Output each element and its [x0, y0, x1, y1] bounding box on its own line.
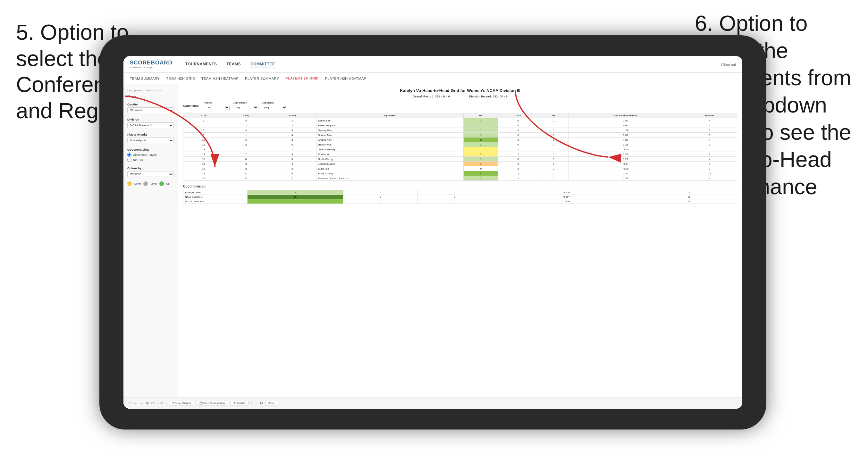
region-select[interactable]: (All) [204, 105, 229, 110]
table-row: 18 2 2 Euna Lee 0 2 0 -5.00 2 [183, 166, 737, 171]
table-row: 19 10 6 Emily Chang 4 1 0 0.30 11 [183, 171, 737, 176]
toolbar-dot: · [157, 401, 158, 405]
toolbar-grid[interactable]: ⊞ [146, 401, 149, 405]
ood-table-row: NAIA Division 1 15 0 0 9.267 30 [183, 195, 737, 199]
player-rank-select[interactable]: 8. Katelyn Vo [127, 137, 174, 143]
gender-select[interactable]: Women's Men's [127, 107, 174, 113]
toolbar-cut[interactable]: ✂ [151, 401, 154, 405]
overall-record: Overall Record: 353 - 34 - 6 [413, 95, 450, 98]
h2h-table: # Div # Reg # Conf Opponent Win Loss Tie… [183, 113, 737, 181]
table-row: 16 3 4 Jessica Mason 1 2 0 -0.94 7 [183, 161, 737, 166]
conference-label: Conference [233, 101, 258, 104]
toolbar-sep1: | [166, 402, 166, 405]
legend-up-label: Up [166, 182, 169, 185]
sidebar-gender-section: Gender Women's Men's [127, 102, 174, 113]
toolbar-back[interactable]: ← [134, 401, 137, 405]
table-row: 13 1 1 Jessica Huang 1 1 0 -3.00 2 [183, 147, 737, 152]
out-of-division-label: Out of division [183, 185, 737, 188]
table-row: 14 7 4 Eunice Yi 2 2 0 0.38 9 [183, 152, 737, 157]
logo-sub: Powered by clippd [130, 66, 173, 69]
toolbar-forward[interactable]: → [140, 401, 143, 405]
table-row: 10 6 3 Andrea York 2 0 0 4.00 4 [183, 137, 737, 142]
table-row: 11 2 5 Heejo Hyun 1 0 0 3.33 3 [183, 142, 737, 147]
subnav-team-summary[interactable]: TEAM SUMMARY [130, 74, 160, 83]
toolbar-sep2: | [251, 402, 252, 405]
last-updated: Last Updated: 27/03/2024 10:44 [127, 89, 174, 92]
subnav-player-h2h-grid[interactable]: PLAYER H2H GRID [285, 74, 319, 83]
sign-out[interactable]: | Sign out [721, 62, 736, 66]
tablet-frame: SCOREBOARD Powered by clippd TOURNAMENTS… [99, 35, 766, 430]
share-btn[interactable]: Share [266, 401, 278, 405]
legend-dot-up [159, 181, 164, 186]
subnav-team-h2h-heatmap[interactable]: TEAM H2H HEATMAP [202, 74, 239, 83]
toolbar-refresh[interactable]: ⟳ [160, 401, 163, 405]
save-custom-view-btn[interactable]: 💾 Save Custom View [196, 401, 228, 405]
bottom-toolbar: ↩ ← → ⊞ ✂ · ⟳ | 👁 View: Original 💾 Save … [123, 397, 742, 409]
logo-area: SCOREBOARD Powered by clippd [130, 60, 173, 69]
grid-area: Katelyn Vo Head-to-Head Grid for Women's… [178, 84, 742, 409]
col-div: # Div [183, 113, 224, 118]
conference-select[interactable]: (All) [233, 105, 258, 110]
division-select[interactable]: NCAA Division III NCAA Division I NCAA D… [127, 122, 174, 128]
sidebar-player-section: Player [127, 95, 174, 98]
sub-nav: TEAM SUMMARY TEAM H2H GRID TEAM H2H HEAT… [123, 73, 742, 84]
legend-dot-down [127, 181, 132, 186]
subnav-team-h2h-grid[interactable]: TEAM H2H GRID [166, 74, 195, 83]
division-record: Division Record: 331 - 34 - 6 [469, 95, 507, 98]
nav-committee[interactable]: COMMITTEE [250, 61, 275, 68]
sidebar-colour-by-label: Colour by [127, 166, 174, 170]
sidebar-colour-by-section: Colour by Win/loss Performance [127, 166, 174, 177]
watch-btn[interactable]: 👁 Watch ▾ [230, 401, 249, 405]
filter-row: Opponents: Region (All) Conference (All) [183, 101, 737, 110]
app-header: SCOREBOARD Powered by clippd TOURNAMENTS… [123, 56, 742, 73]
opponent-select[interactable]: (All) [262, 105, 287, 110]
sidebar-division-section: Division NCAA Division III NCAA Division… [127, 118, 174, 128]
subnav-player-h2h-heatmap[interactable]: PLAYER H2H HEATMAP [325, 74, 366, 83]
table-row: 9 1 4 Sharon Mun 1 0 0 3.67 3 [183, 133, 737, 137]
legend-level-label: Level [150, 182, 156, 185]
sidebar: Last Updated: 27/03/2024 10:44 Player Ge… [123, 84, 178, 409]
view-original-btn[interactable]: 👁 View: Original [169, 401, 194, 405]
sidebar-opponent-view-section: Opponent view Opponents Played Top 100 [127, 148, 174, 162]
opponents-played-radio[interactable]: Opponents Played [127, 153, 174, 157]
col-tie: Tie [538, 113, 569, 118]
top100-radio[interactable]: Top 100 [127, 158, 174, 162]
nav-tournaments[interactable]: TOURNAMENTS [185, 61, 217, 68]
toolbar-undo[interactable]: ↩ [128, 401, 131, 405]
toolbar-icon-b[interactable]: ⊠ [260, 401, 263, 405]
sidebar-player-rank-section: Player (Rank) 8. Katelyn Vo [127, 133, 174, 143]
ood-table-row: Foreign Team 1 0 0 4.500 2 [183, 190, 737, 195]
toolbar-icon-a[interactable]: ⊡ [255, 401, 257, 405]
logo-text: SCOREBOARD [130, 60, 173, 66]
legend-dot-level [143, 181, 148, 186]
sidebar-player-rank-label: Player (Rank) [127, 133, 174, 136]
col-win: Win [464, 113, 498, 118]
opponent-view-options: Opponents Played Top 100 [127, 153, 174, 162]
grid-title: Katelyn Vo Head-to-Head Grid for Women's… [183, 88, 737, 93]
col-rounds: Rounds [682, 113, 737, 118]
col-conf: # Conf [268, 113, 316, 118]
main-content: Last Updated: 27/03/2024 10:44 Player Ge… [123, 84, 742, 409]
subnav-player-summary[interactable]: PLAYER SUMMARY [245, 74, 279, 83]
sidebar-opponent-view-label: Opponent view [127, 148, 174, 151]
out-of-division-table: Foreign Team 1 0 0 4.500 2 NAIA Division… [183, 190, 737, 204]
filter-conference: Conference (All) [233, 101, 258, 110]
table-row: 5 2 2 Alexis Sudjianto 1 0 0 4.00 3 [183, 123, 737, 128]
legend-down-label: Down [134, 182, 141, 185]
table-row: 3 3 1 Esther Lee 1 0 0 1.50 4 [183, 118, 737, 123]
col-diff: Diff Av Strokes/Rnd [569, 113, 682, 118]
opponents-label: Opponents: [183, 104, 199, 107]
table-row: 20 11 7 Federica Domecq Lacroze 2 1 0 1.… [183, 176, 737, 181]
col-reg: # Reg [224, 113, 268, 118]
table-row: 15 8 5 Stella Cheng 1 0 0 1.25 4 [183, 157, 737, 161]
tablet-screen: SCOREBOARD Powered by clippd TOURNAMENTS… [123, 56, 742, 409]
colour-by-select[interactable]: Win/loss Performance [127, 171, 174, 177]
record-row: Overall Record: 353 - 34 - 6 Division Re… [183, 95, 737, 98]
nav-teams[interactable]: TEAMS [226, 61, 241, 68]
opponent-label: Opponent [262, 101, 287, 104]
table-row: 6 3 3 Sydney Kuo 1 0 0 -1.00 3 [183, 128, 737, 133]
region-label: Region [204, 101, 229, 104]
sidebar-player-label: Player [127, 95, 174, 98]
ood-table-row: NCAA Division 2 5 0 0 7.400 10 [183, 199, 737, 204]
legend-row: Down Level Up [127, 181, 174, 186]
